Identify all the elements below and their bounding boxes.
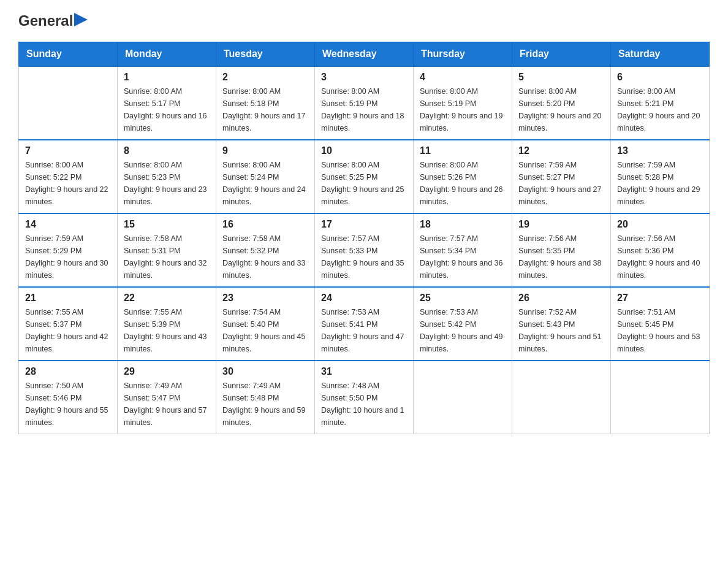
day-info: Sunrise: 7:55 AMSunset: 5:37 PMDaylight:…: [25, 306, 111, 355]
calendar-cell: 30Sunrise: 7:49 AMSunset: 5:48 PMDayligh…: [216, 361, 315, 434]
calendar-cell: 11Sunrise: 8:00 AMSunset: 5:26 PMDayligh…: [414, 140, 512, 213]
day-number: 24: [321, 293, 407, 304]
day-info: Sunrise: 7:59 AMSunset: 5:28 PMDaylight:…: [617, 159, 703, 208]
week-row-1: 1Sunrise: 8:00 AMSunset: 5:17 PMDaylight…: [19, 66, 710, 140]
calendar-cell: 8Sunrise: 8:00 AMSunset: 5:23 PMDaylight…: [118, 140, 216, 213]
day-info: Sunrise: 7:53 AMSunset: 5:41 PMDaylight:…: [321, 306, 407, 355]
calendar-cell: 7Sunrise: 8:00 AMSunset: 5:22 PMDaylight…: [19, 140, 118, 213]
calendar-cell: 9Sunrise: 8:00 AMSunset: 5:24 PMDaylight…: [216, 140, 315, 213]
col-header-saturday: Saturday: [611, 42, 710, 67]
calendar-cell: 16Sunrise: 7:58 AMSunset: 5:32 PMDayligh…: [216, 213, 315, 287]
day-info: Sunrise: 7:54 AMSunset: 5:40 PMDaylight:…: [222, 306, 308, 355]
day-info: Sunrise: 7:58 AMSunset: 5:32 PMDaylight:…: [222, 232, 308, 282]
day-info: Sunrise: 8:00 AMSunset: 5:24 PMDaylight:…: [222, 159, 308, 208]
day-info: Sunrise: 7:55 AMSunset: 5:39 PMDaylight:…: [124, 306, 210, 355]
logo-arrow-icon: [74, 13, 88, 26]
day-number: 22: [124, 293, 210, 304]
day-number: 4: [420, 72, 506, 83]
day-number: 9: [222, 145, 308, 156]
day-number: 31: [321, 366, 407, 377]
page-header: General: [18, 12, 710, 29]
day-number: 27: [617, 293, 703, 304]
day-number: 3: [321, 72, 407, 83]
calendar-cell: 18Sunrise: 7:57 AMSunset: 5:34 PMDayligh…: [414, 213, 512, 287]
day-info: Sunrise: 7:57 AMSunset: 5:33 PMDaylight:…: [321, 232, 407, 282]
calendar-cell: [512, 361, 611, 434]
day-number: 29: [124, 366, 210, 377]
day-info: Sunrise: 7:56 AMSunset: 5:36 PMDaylight:…: [617, 232, 703, 282]
col-header-tuesday: Tuesday: [216, 42, 315, 67]
day-info: Sunrise: 8:00 AMSunset: 5:25 PMDaylight:…: [321, 159, 407, 208]
week-row-4: 21Sunrise: 7:55 AMSunset: 5:37 PMDayligh…: [19, 287, 710, 361]
calendar-cell: 17Sunrise: 7:57 AMSunset: 5:33 PMDayligh…: [315, 213, 414, 287]
day-number: 2: [222, 72, 308, 83]
day-number: 16: [222, 219, 308, 230]
day-number: 10: [321, 145, 407, 156]
day-info: Sunrise: 7:49 AMSunset: 5:48 PMDaylight:…: [222, 380, 308, 429]
day-info: Sunrise: 7:58 AMSunset: 5:31 PMDaylight:…: [124, 232, 210, 282]
day-info: Sunrise: 7:59 AMSunset: 5:27 PMDaylight:…: [518, 159, 604, 208]
day-number: 18: [420, 219, 506, 230]
calendar-cell: 28Sunrise: 7:50 AMSunset: 5:46 PMDayligh…: [19, 361, 118, 434]
day-info: Sunrise: 8:00 AMSunset: 5:21 PMDaylight:…: [617, 85, 703, 134]
day-info: Sunrise: 8:00 AMSunset: 5:22 PMDaylight:…: [25, 159, 111, 208]
calendar-cell: 24Sunrise: 7:53 AMSunset: 5:41 PMDayligh…: [315, 287, 414, 361]
day-number: 25: [420, 293, 506, 304]
calendar-header-row: SundayMondayTuesdayWednesdayThursdayFrid…: [19, 42, 710, 67]
day-info: Sunrise: 8:00 AMSunset: 5:20 PMDaylight:…: [518, 85, 604, 134]
day-number: 13: [617, 145, 703, 156]
day-info: Sunrise: 8:00 AMSunset: 5:18 PMDaylight:…: [222, 85, 308, 134]
calendar-cell: 29Sunrise: 7:49 AMSunset: 5:47 PMDayligh…: [118, 361, 216, 434]
day-info: Sunrise: 8:00 AMSunset: 5:26 PMDaylight:…: [420, 159, 506, 208]
logo-general: General: [18, 12, 73, 29]
day-number: 30: [222, 366, 308, 377]
day-info: Sunrise: 7:52 AMSunset: 5:43 PMDaylight:…: [518, 306, 604, 355]
calendar-cell: [414, 361, 512, 434]
calendar-cell: [611, 361, 710, 434]
week-row-5: 28Sunrise: 7:50 AMSunset: 5:46 PMDayligh…: [19, 361, 710, 434]
col-header-sunday: Sunday: [19, 42, 118, 67]
calendar-cell: 31Sunrise: 7:48 AMSunset: 5:50 PMDayligh…: [315, 361, 414, 434]
calendar-cell: 5Sunrise: 8:00 AMSunset: 5:20 PMDaylight…: [512, 66, 611, 140]
calendar-cell: [19, 66, 118, 140]
calendar-cell: 3Sunrise: 8:00 AMSunset: 5:19 PMDaylight…: [315, 66, 414, 140]
day-info: Sunrise: 7:56 AMSunset: 5:35 PMDaylight:…: [518, 232, 604, 282]
day-number: 8: [124, 145, 210, 156]
day-info: Sunrise: 7:57 AMSunset: 5:34 PMDaylight:…: [420, 232, 506, 282]
day-number: 12: [518, 145, 604, 156]
day-number: 19: [518, 219, 604, 230]
day-number: 11: [420, 145, 506, 156]
calendar-cell: 1Sunrise: 8:00 AMSunset: 5:17 PMDaylight…: [118, 66, 216, 140]
calendar-cell: 23Sunrise: 7:54 AMSunset: 5:40 PMDayligh…: [216, 287, 315, 361]
day-number: 28: [25, 366, 111, 377]
day-number: 7: [25, 145, 111, 156]
day-info: Sunrise: 8:00 AMSunset: 5:19 PMDaylight:…: [321, 85, 407, 134]
col-header-wednesday: Wednesday: [315, 42, 414, 67]
day-info: Sunrise: 7:51 AMSunset: 5:45 PMDaylight:…: [617, 306, 703, 355]
day-number: 23: [222, 293, 308, 304]
day-info: Sunrise: 8:00 AMSunset: 5:23 PMDaylight:…: [124, 159, 210, 208]
svg-marker-0: [74, 13, 88, 26]
calendar-table: SundayMondayTuesdayWednesdayThursdayFrid…: [18, 42, 710, 434]
day-number: 26: [518, 293, 604, 304]
day-info: Sunrise: 7:50 AMSunset: 5:46 PMDaylight:…: [25, 380, 111, 429]
day-info: Sunrise: 7:53 AMSunset: 5:42 PMDaylight:…: [420, 306, 506, 355]
calendar-cell: 10Sunrise: 8:00 AMSunset: 5:25 PMDayligh…: [315, 140, 414, 213]
day-number: 1: [124, 72, 210, 83]
calendar-cell: 13Sunrise: 7:59 AMSunset: 5:28 PMDayligh…: [611, 140, 710, 213]
col-header-thursday: Thursday: [414, 42, 512, 67]
day-number: 20: [617, 219, 703, 230]
calendar-cell: 21Sunrise: 7:55 AMSunset: 5:37 PMDayligh…: [19, 287, 118, 361]
calendar-cell: 15Sunrise: 7:58 AMSunset: 5:31 PMDayligh…: [118, 213, 216, 287]
calendar-cell: 27Sunrise: 7:51 AMSunset: 5:45 PMDayligh…: [611, 287, 710, 361]
day-info: Sunrise: 7:49 AMSunset: 5:47 PMDaylight:…: [124, 380, 210, 429]
day-number: 17: [321, 219, 407, 230]
day-info: Sunrise: 7:48 AMSunset: 5:50 PMDaylight:…: [321, 380, 407, 429]
calendar-cell: 12Sunrise: 7:59 AMSunset: 5:27 PMDayligh…: [512, 140, 611, 213]
calendar-cell: 6Sunrise: 8:00 AMSunset: 5:21 PMDaylight…: [611, 66, 710, 140]
calendar-cell: 2Sunrise: 8:00 AMSunset: 5:18 PMDaylight…: [216, 66, 315, 140]
day-number: 14: [25, 219, 111, 230]
week-row-3: 14Sunrise: 7:59 AMSunset: 5:29 PMDayligh…: [19, 213, 710, 287]
day-number: 6: [617, 72, 703, 83]
day-info: Sunrise: 8:00 AMSunset: 5:17 PMDaylight:…: [124, 85, 210, 134]
